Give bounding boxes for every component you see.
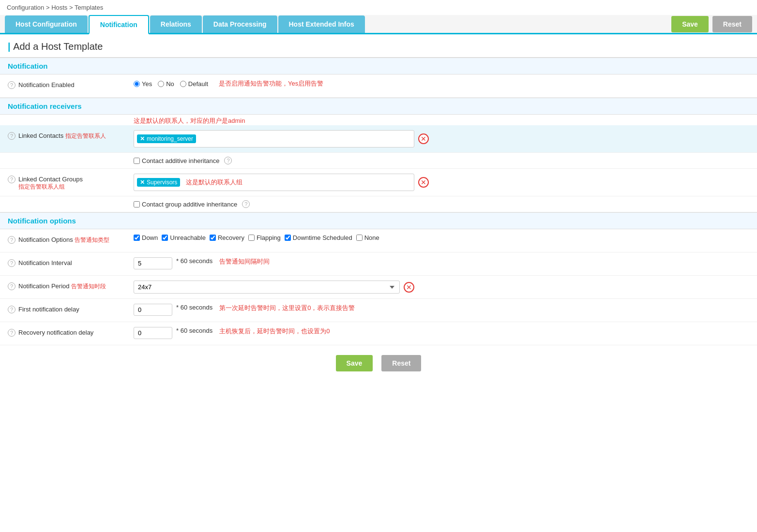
option-recovery-checkbox[interactable]	[210, 235, 216, 241]
notification-interval-text: Notification Interval	[18, 259, 72, 266]
contact-additive-checkbox[interactable]	[134, 158, 140, 164]
recovery-notification-delay-input[interactable]	[134, 327, 172, 339]
breadcrumb: Configuration > Hosts > Templates	[0, 0, 757, 15]
notification-interval-control: * 60 seconds 告警通知间隔时间	[134, 257, 749, 269]
linked-contact-groups-control: ✕ Supervisors 这是默认的联系人组 ✕	[134, 174, 749, 191]
notification-interval-suffix: * 60 seconds	[176, 257, 212, 265]
recovery-notification-delay-note: 主机恢复后，延时告警时间，也设置为0	[219, 327, 330, 336]
first-notification-delay-control: * 60 seconds 第一次延时告警时间，这里设置0，表示直接告警	[134, 304, 749, 316]
notification-period-text: Notification Period	[18, 282, 70, 290]
linked-contact-groups-text: Linked Contact Groups	[18, 176, 83, 183]
contact-additive-help-icon[interactable]: ?	[224, 157, 232, 164]
notification-options-control: Down Unreachable Recovery Flapping Downt…	[134, 234, 749, 241]
notification-period-clear-btn[interactable]: ✕	[404, 282, 414, 293]
recovery-notification-delay-suffix: * 60 seconds	[176, 327, 212, 334]
notification-period-row: ? Notification Period 告警通知时段 24x7 workho…	[0, 276, 757, 299]
radio-default[interactable]: Default	[180, 80, 208, 88]
first-notification-delay-input[interactable]	[134, 304, 172, 316]
notification-period-help-icon[interactable]: ?	[8, 282, 15, 290]
notification-options-help-icon[interactable]: ?	[8, 236, 15, 244]
section-notification-receivers: Notification receivers	[0, 98, 757, 115]
radio-no-label: No	[166, 80, 174, 88]
linked-contact-groups-note-label: 指定告警联系人组	[18, 183, 65, 190]
contact-group-additive-help-icon[interactable]: ?	[242, 200, 250, 208]
notification-period-control: 24x7 workhours nonworkhours none ✕	[134, 281, 749, 294]
option-unreachable[interactable]: Unreachable	[162, 234, 206, 241]
bottom-actions: Save Reset	[0, 345, 757, 381]
notification-enabled-note: 是否启用通知告警功能，Yes启用告警	[219, 79, 323, 88]
contact-additive-row: Contact additive inheritance ?	[0, 153, 757, 169]
notification-options-text: Notification Options	[18, 236, 73, 243]
linked-contact-groups-tag-remove[interactable]: ✕	[140, 179, 145, 186]
option-none-checkbox[interactable]	[356, 235, 363, 241]
linked-contacts-clear-btn[interactable]: ✕	[418, 133, 429, 144]
recovery-notification-delay-help-icon[interactable]: ?	[8, 329, 15, 337]
notification-period-note: 告警通知时段	[71, 283, 106, 290]
notification-options-row: ? Notification Options 告警通知类型 Down Unrea…	[0, 229, 757, 252]
notification-period-select[interactable]: 24x7 workhours nonworkhours none	[134, 281, 400, 294]
option-down-checkbox[interactable]	[134, 235, 140, 241]
supervisors-note: 这是默认的联系人组	[186, 178, 242, 187]
notification-options-note: 告警通知类型	[75, 236, 109, 243]
radio-default-input[interactable]	[180, 81, 186, 87]
tab-data-processing[interactable]: Data Processing	[203, 15, 277, 33]
contact-group-additive-checkbox[interactable]	[134, 201, 140, 207]
option-down[interactable]: Down	[134, 234, 158, 241]
notification-enabled-control: Yes No Default 是否启用通知告警功能，Yes启用告警	[134, 79, 749, 88]
linked-contact-groups-help-icon[interactable]: ?	[8, 176, 15, 183]
notification-enabled-row: ? Notification Enabled Yes No Default 是否…	[0, 74, 757, 98]
notification-interval-label: ? Notification Interval	[8, 257, 134, 267]
option-flapping[interactable]: Flapping	[248, 234, 281, 241]
contact-additive-checkbox-label[interactable]: Contact additive inheritance	[134, 157, 219, 164]
bottom-save-button[interactable]: Save	[336, 355, 373, 371]
tab-relations[interactable]: Relations	[150, 15, 202, 33]
notification-options-label: ? Notification Options 告警通知类型	[8, 234, 134, 244]
option-unreachable-checkbox[interactable]	[162, 235, 168, 241]
linked-contacts-tag-remove[interactable]: ✕	[140, 135, 145, 142]
first-notification-delay-note: 第一次延时告警时间，这里设置0，表示直接告警	[219, 304, 355, 312]
linked-contacts-note-label: 指定告警联系人	[65, 133, 106, 139]
linked-contacts-text: Linked Contacts	[18, 132, 63, 139]
linked-contact-groups-row: ? Linked Contact Groups 指定告警联系人组 ✕ Super…	[0, 169, 757, 196]
save-button[interactable]: Save	[671, 16, 709, 32]
tab-host-configuration[interactable]: Host Configuration	[5, 15, 88, 33]
first-notification-delay-text: First notification delay	[18, 306, 79, 313]
linked-contacts-note: 这是默认的联系人，对应的用户是admin	[0, 115, 757, 125]
page-title: Add a Host Template	[0, 34, 757, 58]
reset-button[interactable]: Reset	[712, 16, 752, 32]
linked-contact-groups-tag: ✕ Supervisors	[137, 178, 180, 187]
notification-period-label: ? Notification Period 告警通知时段	[8, 281, 134, 291]
radio-no-input[interactable]	[158, 81, 164, 87]
section-notification: Notification	[0, 58, 757, 74]
option-recovery[interactable]: Recovery	[210, 234, 244, 241]
linked-contacts-tag-value: monitoring_server	[147, 135, 193, 142]
option-downtime-scheduled-checkbox[interactable]	[285, 235, 291, 241]
option-flapping-checkbox[interactable]	[248, 235, 255, 241]
recovery-notification-delay-row: ? Recovery notification delay * 60 secon…	[0, 322, 757, 345]
notification-enabled-text: Notification Enabled	[18, 81, 75, 89]
bottom-reset-button[interactable]: Reset	[381, 355, 421, 371]
radio-default-label: Default	[188, 80, 208, 88]
notification-interval-input[interactable]	[134, 257, 172, 269]
linked-contacts-row: ? Linked Contacts 指定告警联系人 ✕ monitoring_s…	[0, 125, 757, 153]
notification-interval-note: 告警通知间隔时间	[219, 257, 270, 266]
option-downtime-scheduled[interactable]: Downtime Scheduled	[285, 234, 352, 241]
option-none[interactable]: None	[356, 234, 379, 241]
linked-contacts-help-icon[interactable]: ?	[8, 132, 15, 140]
linked-contact-groups-label: ? Linked Contact Groups 指定告警联系人组	[8, 174, 134, 191]
linked-contact-groups-input[interactable]: ✕ Supervisors 这是默认的联系人组	[134, 174, 414, 191]
notification-interval-help-icon[interactable]: ?	[8, 259, 15, 267]
radio-yes-input[interactable]	[134, 81, 140, 87]
notification-interval-row: ? Notification Interval * 60 seconds 告警通…	[0, 252, 757, 276]
tab-host-extended-infos[interactable]: Host Extended Infos	[278, 15, 365, 33]
notification-enabled-help-icon[interactable]: ?	[8, 81, 15, 89]
radio-no[interactable]: No	[158, 80, 174, 88]
first-notification-delay-help-icon[interactable]: ?	[8, 306, 15, 313]
recovery-notification-delay-label: ? Recovery notification delay	[8, 327, 134, 337]
tab-notification[interactable]: Notification	[89, 15, 149, 34]
linked-contact-groups-clear-btn[interactable]: ✕	[418, 177, 429, 188]
linked-contacts-input[interactable]: ✕ monitoring_server	[134, 130, 414, 148]
contact-group-additive-checkbox-label[interactable]: Contact group additive inheritance	[134, 201, 237, 208]
radio-yes[interactable]: Yes	[134, 80, 152, 88]
contact-group-additive-text: Contact group additive inheritance	[142, 201, 237, 208]
